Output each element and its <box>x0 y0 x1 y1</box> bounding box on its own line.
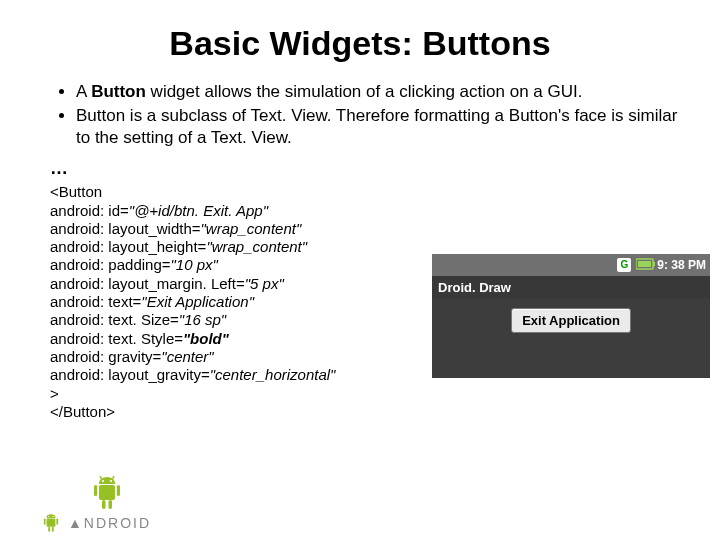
svg-line-9 <box>112 476 114 480</box>
svg-point-17 <box>48 516 49 517</box>
status-bar: G 9: 38 PM <box>432 254 710 276</box>
svg-rect-7 <box>109 500 113 509</box>
svg-line-8 <box>100 476 102 480</box>
svg-rect-3 <box>99 485 115 500</box>
app-title-text: Droid. Draw <box>438 280 511 295</box>
bullet-1: A Button widget allows the simulation of… <box>76 81 680 103</box>
bullet-1-bold: Button <box>91 82 146 101</box>
code-ellipsis: … <box>50 158 676 179</box>
svg-point-10 <box>102 480 104 482</box>
android-wordmark: ▲NDROID <box>68 515 151 531</box>
app-body: Exit Application <box>432 298 710 378</box>
code-attr-0: android: id="@+id/btn. Exit. App" <box>50 202 680 220</box>
bullets-list: A Button widget allows the simulation of… <box>76 81 680 148</box>
svg-rect-15 <box>48 527 50 532</box>
svg-point-11 <box>110 480 112 482</box>
android-robot-icon <box>89 473 125 517</box>
exit-application-button[interactable]: Exit Application <box>511 308 631 333</box>
status-time: 9: 38 PM <box>657 258 706 272</box>
slide-title: Basic Widgets: Buttons <box>40 24 680 63</box>
svg-rect-13 <box>44 519 46 525</box>
svg-rect-6 <box>102 500 106 509</box>
svg-rect-2 <box>638 261 651 267</box>
code-closeang: > <box>50 385 680 403</box>
code-open: <Button <box>50 183 680 201</box>
app-title-bar: Droid. Draw <box>432 276 710 298</box>
svg-rect-12 <box>47 519 56 527</box>
svg-rect-14 <box>56 519 58 525</box>
android-logo: ▲NDROID <box>40 512 151 534</box>
bullet-2: Button is a subclass of Text. View. Ther… <box>76 105 680 149</box>
bullet-2-text: Button is a subclass of Text. View. Ther… <box>76 106 677 147</box>
bullet-1-pre: A <box>76 82 91 101</box>
svg-point-18 <box>53 516 54 517</box>
bullet-1-post: widget allows the simulation of a clicki… <box>146 82 583 101</box>
code-close: </Button> <box>50 403 680 421</box>
svg-rect-1 <box>653 262 655 266</box>
phone-mock: G 9: 38 PM Droid. Draw Exit Application <box>432 254 710 378</box>
battery-icon <box>636 258 652 272</box>
svg-rect-16 <box>52 527 54 532</box>
code-attr-1: android: layout_width="wrap_content" <box>50 220 680 238</box>
svg-rect-4 <box>94 485 97 496</box>
android-robot-small-icon <box>40 512 62 534</box>
svg-rect-5 <box>117 485 120 496</box>
g-signal-icon: G <box>617 258 631 272</box>
